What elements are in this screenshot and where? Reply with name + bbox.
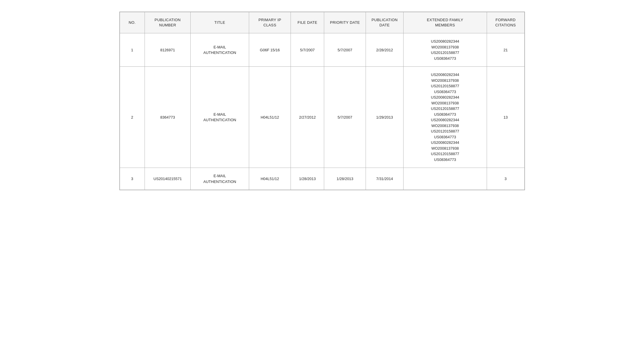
cell-ipclass: G06F 15/16 — [249, 33, 291, 67]
col-header-filedate: FILE DATE — [291, 12, 324, 33]
table-row: 28364773E-MAILAUTHENTICATIONH04L51/122/2… — [120, 67, 524, 168]
col-header-extended: EXTENDED FAMILYMEMBERS — [403, 12, 487, 33]
cell-pridate: 5/7/2007 — [324, 67, 366, 168]
cell-pub: US20140215571 — [145, 168, 190, 190]
cell-pub: 8126971 — [145, 33, 190, 67]
cell-pub: 8364773 — [145, 67, 190, 168]
cell-no: 2 — [120, 67, 145, 168]
patent-table-wrapper: NO. PUBLICATIONNUMBER TITLE PRIMARY IPCL… — [119, 12, 525, 190]
cell-pubdate: 1/29/2013 — [366, 67, 404, 168]
cell-extended: US20080282344WO2008137938US20120158877US… — [403, 67, 487, 168]
cell-pubdate: 7/31/2014 — [366, 168, 404, 190]
table-row: 18126971E-MAILAUTHENTICATIONG06F 15/165/… — [120, 33, 524, 67]
cell-extended: US20080282344WO2008137938US20120158877US… — [403, 33, 487, 67]
cell-filedate: 1/28/2013 — [291, 168, 324, 190]
cell-title: E-MAILAUTHENTICATION — [191, 168, 249, 190]
col-header-no: NO. — [120, 12, 145, 33]
cell-ipclass: H04L51/12 — [249, 67, 291, 168]
cell-filedate: 5/7/2007 — [291, 33, 324, 67]
cell-forward: 21 — [487, 33, 524, 67]
table-header-row: NO. PUBLICATIONNUMBER TITLE PRIMARY IPCL… — [120, 12, 524, 33]
cell-title: E-MAILAUTHENTICATION — [191, 33, 249, 67]
col-header-pubdate: PUBLICATIONDATE — [366, 12, 404, 33]
cell-pubdate: 2/28/2012 — [366, 33, 404, 67]
cell-extended — [403, 168, 487, 190]
cell-forward: 13 — [487, 67, 524, 168]
cell-pridate: 1/28/2013 — [324, 168, 366, 190]
col-header-pub: PUBLICATIONNUMBER — [145, 12, 190, 33]
cell-forward: 3 — [487, 168, 524, 190]
cell-title: E-MAILAUTHENTICATION — [191, 67, 249, 168]
cell-filedate: 2/27/2012 — [291, 67, 324, 168]
col-header-ipclass: PRIMARY IPCLASS — [249, 12, 291, 33]
cell-no: 1 — [120, 33, 145, 67]
cell-ipclass: H04L51/12 — [249, 168, 291, 190]
table-body: 18126971E-MAILAUTHENTICATIONG06F 15/165/… — [120, 33, 524, 190]
col-header-forward: FORWARDCITATIONS — [487, 12, 524, 33]
cell-pridate: 5/7/2007 — [324, 33, 366, 67]
col-header-pridate: PRIORITY DATE — [324, 12, 366, 33]
patent-table: NO. PUBLICATIONNUMBER TITLE PRIMARY IPCL… — [120, 12, 525, 190]
col-header-title: TITLE — [191, 12, 249, 33]
table-row: 3US20140215571E-MAILAUTHENTICATIONH04L51… — [120, 168, 524, 190]
cell-no: 3 — [120, 168, 145, 190]
